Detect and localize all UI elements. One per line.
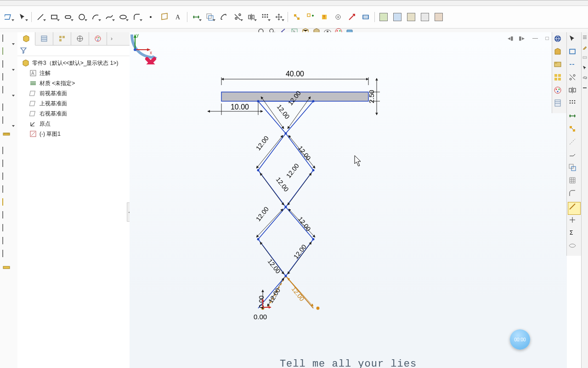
extra-tool-3[interactable] — [405, 12, 418, 23]
tree-filter-row[interactable] — [17, 46, 130, 56]
active-line-tool-button[interactable] — [568, 202, 581, 215]
repair-sketch-button[interactable]: ! — [318, 12, 331, 23]
point-button[interactable] — [144, 12, 157, 23]
line-button[interactable] — [34, 12, 47, 23]
trim-sidebar-button[interactable] — [568, 73, 580, 85]
curves-group-button[interactable] — [2, 61, 15, 72]
appearances-tab[interactable] — [554, 86, 565, 98]
grid-snap-button[interactable] — [568, 176, 580, 188]
dfm-button[interactable] — [2, 224, 15, 236]
convert-sidebar-button[interactable] — [568, 163, 580, 175]
corner-rect-button[interactable] — [568, 47, 580, 59]
dim-12-i[interactable]: 12.00 — [260, 242, 284, 275]
pencil-icon[interactable] — [582, 45, 587, 50]
tree-node-annotations[interactable]: A 注解 — [19, 68, 128, 78]
spline-button[interactable] — [103, 12, 116, 23]
mass-properties-button[interactable] — [2, 147, 15, 158]
hide-sketch-button[interactable] — [568, 242, 580, 253]
tree-node-material[interactable]: 材质 <未指定> — [19, 78, 128, 88]
dimxpert-tab[interactable] — [71, 32, 89, 45]
dim-40[interactable]: 40.00 — [221, 70, 368, 85]
tree-node-front-plane[interactable]: 前视基准面 — [19, 88, 128, 98]
redo-mini-icon[interactable] — [582, 75, 587, 80]
sensor-button[interactable] — [2, 173, 15, 184]
dim-10[interactable]: 10.00 — [208, 101, 263, 115]
rectangle-button[interactable] — [48, 12, 61, 23]
sustainability-button[interactable] — [2, 263, 15, 274]
trim-extend-button[interactable] — [568, 150, 580, 162]
extra-tool-2[interactable] — [391, 12, 404, 23]
dim-12-f[interactable]: 12.00 — [285, 162, 311, 205]
dim-12-k[interactable]: 12.00 — [267, 278, 284, 306]
sheet-metal-button[interactable] — [2, 86, 15, 98]
dim-12-d[interactable]: 12.00 — [288, 135, 315, 168]
cursor-mini-icon[interactable] — [582, 65, 587, 70]
deviation-button[interactable] — [2, 199, 15, 210]
tree-node-right-plane[interactable]: 右视基准面 — [19, 109, 128, 119]
construction-sidebar-button[interactable] — [568, 138, 580, 150]
feature-tree-tab[interactable] — [17, 32, 35, 46]
line-style-icon[interactable] — [582, 86, 587, 90]
instant2d-button[interactable] — [359, 12, 372, 23]
extra-tool-5[interactable] — [432, 12, 445, 23]
dim-12-h[interactable]: 12.00 — [288, 209, 315, 237]
list-icon[interactable] — [582, 35, 587, 40]
select-button[interactable] — [16, 12, 29, 23]
tree-node-top-plane[interactable]: 上视基准面 — [19, 98, 128, 109]
ellipse-button[interactable] — [117, 12, 130, 23]
offset-sidebar-button[interactable] — [568, 216, 580, 228]
rapid-sketch-button[interactable] — [345, 12, 358, 23]
mold-tools-button[interactable] — [2, 117, 15, 128]
sketch-plane-button[interactable] — [2, 12, 15, 23]
simulation-button[interactable] — [2, 237, 15, 248]
dim-0[interactable]: 0.00 0.00 — [254, 290, 267, 321]
text-button[interactable]: A — [172, 12, 185, 23]
quick-snaps-button[interactable] — [332, 12, 345, 23]
view-palette-tab[interactable] — [554, 73, 565, 85]
tree-node-origin[interactable]: 原点 — [19, 119, 128, 129]
centerline-button[interactable] — [568, 60, 580, 72]
equations-button[interactable]: Σ — [568, 229, 580, 241]
offset-entities-button[interactable] — [217, 12, 230, 23]
features-group-button[interactable] — [2, 35, 15, 46]
add-relation-button[interactable] — [304, 12, 317, 23]
plane-button[interactable] — [158, 12, 171, 23]
graphics-viewport[interactable]: ◂▮ ▮▸ — □ ✕ — [130, 32, 567, 368]
dim-12-l[interactable]: 12.00 — [288, 278, 313, 306]
arc-button[interactable] — [89, 12, 102, 23]
dim-12-c[interactable]: 12.00 — [254, 134, 283, 168]
custom-properties-tab[interactable] — [554, 99, 565, 111]
move-entities-button[interactable] — [272, 12, 285, 23]
surfaces-group-button[interactable] — [2, 48, 15, 59]
pattern-sidebar-button[interactable] — [568, 99, 580, 111]
convert-entities-button[interactable] — [204, 12, 216, 23]
weldments-button[interactable] — [2, 104, 15, 115]
mirror-entities-button[interactable] — [245, 12, 258, 23]
configuration-manager-tab[interactable] — [53, 32, 71, 45]
file-explorer-tab[interactable] — [554, 60, 565, 72]
relation-sidebar-button[interactable] — [568, 125, 580, 137]
design-library-tab[interactable] — [554, 47, 565, 59]
circle-button[interactable] — [75, 12, 88, 23]
linear-pattern-button[interactable] — [259, 12, 271, 23]
smart-dimension-button[interactable] — [190, 12, 203, 23]
section-properties-button[interactable] — [2, 160, 15, 171]
extra-tool-4[interactable] — [418, 12, 431, 23]
dimension-sidebar-button[interactable] — [568, 112, 580, 124]
flowxpress-button[interactable] — [2, 250, 15, 261]
dim-12-g[interactable]: 12.00 — [254, 205, 283, 237]
panel-tabs-overflow[interactable]: › — [107, 32, 116, 45]
display-relations-button[interactable] — [290, 12, 303, 23]
dim-2p5[interactable]: 2.50 — [368, 78, 380, 115]
ref-geometry-button[interactable] — [2, 74, 15, 85]
display-manager-tab[interactable] — [89, 32, 107, 45]
property-manager-tab[interactable] — [35, 32, 53, 45]
fillet-button[interactable] — [130, 12, 143, 23]
tree-node-sketch1[interactable]: (-) 草图1 — [19, 129, 128, 139]
solidworks-resources-tab[interactable] — [554, 34, 565, 46]
dim-12-j[interactable]: 12.00 — [288, 242, 311, 274]
slot-button[interactable] — [62, 12, 74, 23]
check-button[interactable] — [2, 186, 15, 197]
measure-button[interactable] — [2, 130, 15, 141]
tree-root-part[interactable]: 零件3（默认<<默认>_显示状态 1>) — [19, 58, 128, 68]
